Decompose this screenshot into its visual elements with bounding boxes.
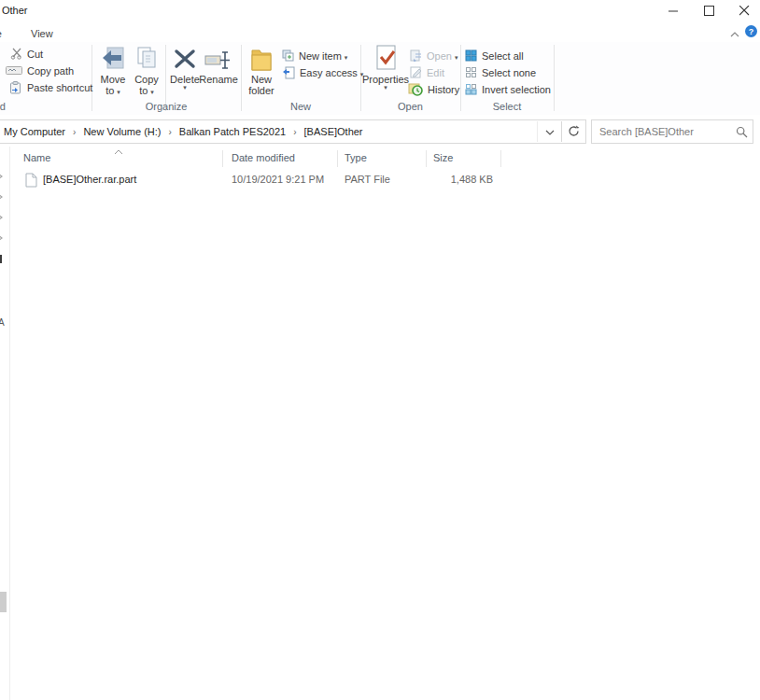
- file-name: [BASE]Other.rar.part: [43, 174, 136, 185]
- close-button[interactable]: [726, 0, 760, 22]
- select-none-label: Select none: [482, 67, 536, 78]
- select-all-button[interactable]: Select all: [464, 48, 524, 63]
- open-icon: [409, 49, 423, 62]
- search-input[interactable]: [592, 126, 736, 137]
- properties-label: Properties: [362, 74, 409, 91]
- collapse-ribbon-button[interactable]: [730, 28, 739, 39]
- breadcrumb-separator-icon: ›: [73, 127, 76, 137]
- cut-button[interactable]: Cut: [9, 46, 43, 62]
- column-resize-handle[interactable]: [426, 150, 427, 167]
- new-folder-label: New folder: [244, 74, 279, 96]
- column-header-row: Name Date modified Type Size: [15, 148, 519, 169]
- new-folder-icon: [250, 44, 273, 72]
- ribbon: Cut Copy path Paste shortcut rd Move to …: [0, 42, 760, 116]
- nav-scrollbar-thumb[interactable]: [0, 592, 7, 612]
- breadcrumb-my-computer[interactable]: My Computer: [4, 126, 65, 137]
- easy-access-icon: [282, 66, 296, 79]
- chevron-down-icon: [545, 126, 555, 137]
- search-box: [591, 119, 753, 144]
- column-header-type[interactable]: Type: [345, 152, 367, 163]
- history-icon: [407, 83, 424, 96]
- paste-shortcut-button[interactable]: Paste shortcut: [7, 79, 92, 95]
- tree-expand-chevron-icon[interactable]: [0, 232, 4, 244]
- rename-label: Rename: [199, 74, 238, 85]
- maximize-icon: [704, 6, 714, 18]
- window-title: Other: [2, 5, 28, 16]
- column-resize-handle[interactable]: [337, 150, 338, 167]
- new-folder-button[interactable]: New folder: [243, 44, 280, 100]
- copy-path-button[interactable]: Copy path: [4, 63, 74, 78]
- clipboard-group-label: rd: [0, 101, 15, 112]
- minimize-button[interactable]: [655, 0, 691, 22]
- file-icon: [25, 173, 37, 189]
- select-all-icon: [464, 49, 478, 62]
- breadcrumb-base-other[interactable]: [BASE]Other: [304, 126, 363, 137]
- copy-path-label: Copy path: [27, 65, 74, 77]
- chevron-up-icon: [730, 28, 739, 39]
- new-item-label: New item: [299, 50, 347, 62]
- tree-item-letter-fragment: A: [0, 317, 5, 328]
- breadcrumb-separator-icon: ›: [169, 127, 172, 137]
- refresh-button[interactable]: [561, 121, 585, 142]
- new-item-icon: [281, 49, 295, 62]
- title-bar: Other: [0, 0, 760, 24]
- invert-selection-button[interactable]: Invert selection: [464, 81, 551, 97]
- new-item-button[interactable]: New item: [281, 48, 347, 63]
- close-icon: [739, 6, 750, 18]
- select-group-label: Select: [460, 101, 554, 112]
- open-group-label: Open: [360, 101, 460, 112]
- edit-icon: [409, 66, 423, 78]
- select-none-button[interactable]: Select none: [464, 64, 536, 80]
- delete-icon: [173, 44, 197, 72]
- tab-view[interactable]: View: [31, 28, 53, 39]
- history-button[interactable]: History: [407, 81, 459, 97]
- file-date-modified: 10/19/2021 9:21 PM: [232, 174, 324, 185]
- delete-button[interactable]: Delete: [166, 44, 204, 100]
- maximize-button[interactable]: [691, 0, 726, 22]
- navigation-pane-separator: [9, 147, 10, 700]
- tree-expand-chevron-icon[interactable]: [0, 191, 4, 203]
- rename-button[interactable]: Rename: [200, 44, 237, 100]
- file-type: PART File: [345, 174, 390, 185]
- paste-shortcut-icon: [7, 81, 23, 94]
- breadcrumb-new-volume[interactable]: New Volume (H:): [83, 126, 161, 137]
- copy-to-icon: [134, 44, 159, 72]
- scissors-icon: [9, 48, 23, 60]
- easy-access-label: Easy access: [300, 67, 363, 78]
- column-header-name[interactable]: Name: [23, 152, 50, 163]
- tab-share-partial[interactable]: re: [0, 28, 9, 39]
- column-header-size[interactable]: Size: [433, 152, 453, 163]
- tree-item-fragment: [0, 255, 2, 263]
- copy-to-button[interactable]: Copy to: [128, 44, 165, 100]
- search-icon: [736, 126, 755, 138]
- edit-label: Edit: [427, 67, 444, 78]
- breadcrumb-balkan-patch[interactable]: Balkan Patch PES2021: [179, 126, 286, 137]
- easy-access-button[interactable]: Easy access: [282, 64, 363, 80]
- copy-path-icon: [4, 65, 23, 76]
- cut-label: Cut: [27, 49, 43, 60]
- column-resize-handle[interactable]: [222, 150, 223, 167]
- address-dropdown-button[interactable]: [537, 121, 561, 142]
- properties-button[interactable]: Properties: [365, 44, 406, 100]
- help-icon[interactable]: ?: [745, 25, 757, 37]
- breadcrumb: My Computer › New Volume (H:) › Balkan P…: [0, 126, 537, 137]
- ribbon-tab-row: re View ?: [0, 24, 760, 42]
- open-button[interactable]: Open: [409, 48, 457, 63]
- column-resize-handle[interactable]: [500, 150, 501, 167]
- refresh-icon: [568, 125, 580, 139]
- file-list-pane: A Name Date modified Type Size [BASE]Oth…: [0, 147, 760, 700]
- address-row: My Computer › New Volume (H:) › Balkan P…: [0, 115, 760, 148]
- tree-expand-chevron-icon[interactable]: [0, 171, 4, 182]
- invert-selection-label: Invert selection: [482, 84, 551, 95]
- file-row[interactable]: [BASE]Other.rar.part 10/19/2021 9:21 PM …: [15, 171, 519, 189]
- address-bar[interactable]: My Computer › New Volume (H:) › Balkan P…: [0, 119, 586, 144]
- tree-expand-chevron-icon[interactable]: [0, 212, 4, 223]
- move-to-button[interactable]: Move to: [94, 44, 132, 100]
- edit-button[interactable]: Edit: [409, 64, 444, 80]
- sort-ascending-icon: [114, 146, 123, 157]
- select-all-label: Select all: [482, 50, 524, 62]
- column-header-date-modified[interactable]: Date modified: [232, 152, 295, 163]
- breadcrumb-separator-icon: ›: [293, 127, 296, 137]
- invert-selection-icon: [464, 83, 478, 95]
- organize-group-label: Organize: [91, 101, 241, 112]
